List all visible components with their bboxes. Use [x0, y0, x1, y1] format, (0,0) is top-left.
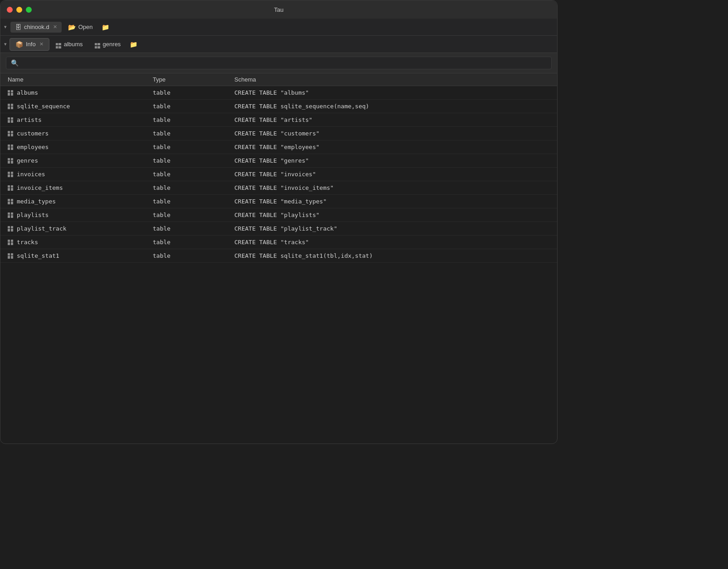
table-row[interactable]: playlist_track tableCREATE TABLE "playli…: [0, 222, 557, 236]
schema-cell: CREATE TABLE "genres": [234, 157, 550, 164]
row-grid-icon: [8, 90, 13, 96]
row-name: media_types: [17, 198, 56, 205]
row-type: table: [153, 144, 170, 150]
maximize-button[interactable]: [26, 7, 32, 13]
search-icon: 🔍: [11, 59, 19, 67]
row-type: table: [153, 239, 170, 246]
albums-grid-icon: [56, 40, 61, 48]
row-type: table: [153, 157, 170, 164]
row-schema: CREATE TABLE "invoice_items": [234, 184, 334, 191]
schema-cell: CREATE TABLE "artists": [234, 116, 550, 123]
table-scroll[interactable]: albums tableCREATE TABLE "albums" sqlite…: [0, 86, 557, 444]
tab-open[interactable]: 📂 Open: [63, 22, 97, 33]
table-row[interactable]: employees tableCREATE TABLE "employees": [0, 140, 557, 154]
row-name: customers: [17, 130, 49, 137]
row-type: table: [153, 225, 170, 232]
table-row[interactable]: artists tableCREATE TABLE "artists": [0, 113, 557, 127]
tab-genres[interactable]: genres: [89, 38, 126, 51]
row-name: employees: [17, 144, 49, 150]
tabbar1-chevron[interactable]: ▾: [4, 24, 7, 30]
table-row[interactable]: tracks tableCREATE TABLE "tracks": [0, 236, 557, 249]
tab-close-icon[interactable]: ✕: [53, 24, 57, 30]
name-cell: sqlite_sequence: [8, 103, 153, 110]
tab-chinook[interactable]: 🗄 chinook.d ✕: [10, 22, 62, 33]
table-row[interactable]: invoice_items tableCREATE TABLE "invoice…: [0, 181, 557, 195]
name-cell: albums: [8, 89, 153, 96]
search-input-wrap[interactable]: 🔍: [6, 57, 552, 69]
add-connection-button[interactable]: 📁: [99, 21, 112, 33]
table-row[interactable]: invoices tableCREATE TABLE "invoices": [0, 168, 557, 181]
table-row[interactable]: sqlite_sequence tableCREATE TABLE sqlite…: [0, 100, 557, 113]
window-controls[interactable]: [7, 7, 32, 13]
tabbar2-chevron[interactable]: ▾: [4, 41, 7, 47]
folder-plus-icon: 📁: [102, 24, 109, 31]
row-grid-icon: [8, 131, 13, 136]
tab-label: chinook.d: [24, 24, 49, 30]
bottombar: Tables 🖼 Views 🏷 Indexs ⚡ Triggers Open: [0, 444, 557, 444]
table-container: Name Type Schema albums tableCREATE TABL…: [0, 73, 557, 444]
row-grid-icon: [8, 226, 13, 231]
search-bar: 🔍: [0, 53, 557, 73]
row-schema: CREATE TABLE sqlite_sequence(name,seq): [234, 103, 369, 110]
row-type: table: [153, 103, 170, 110]
tab-label: Open: [78, 24, 93, 30]
row-name: artists: [17, 116, 42, 123]
row-schema: CREATE TABLE "tracks": [234, 239, 309, 246]
add-tab-button[interactable]: 📁: [127, 39, 140, 50]
main-content: 🔍 Name Type Schema albums tableCREATE TA…: [0, 53, 557, 444]
add-tab-icon: 📁: [130, 41, 137, 48]
table-row[interactable]: customers tableCREATE TABLE "customers": [0, 127, 557, 140]
row-schema: CREATE TABLE "artists": [234, 116, 312, 123]
table-row[interactable]: albums tableCREATE TABLE "albums": [0, 86, 557, 100]
row-name: invoices: [17, 171, 45, 178]
db-icon: 🗄: [15, 24, 21, 31]
row-name: sqlite_sequence: [17, 103, 70, 110]
schema-cell: CREATE TABLE "tracks": [234, 239, 550, 246]
table-row[interactable]: playlists tableCREATE TABLE "playlists": [0, 208, 557, 222]
tab-albums-label: albums: [64, 41, 83, 48]
row-name: genres: [17, 157, 38, 164]
row-name: albums: [17, 89, 38, 96]
row-type: table: [153, 198, 170, 205]
name-cell: artists: [8, 116, 153, 123]
minimize-button[interactable]: [16, 7, 22, 13]
search-input[interactable]: [22, 60, 547, 67]
name-cell: playlists: [8, 212, 153, 218]
table-row[interactable]: genres tableCREATE TABLE "genres": [0, 154, 557, 168]
name-cell: genres: [8, 157, 153, 164]
close-button[interactable]: [7, 7, 13, 13]
type-cell: table: [153, 116, 234, 123]
row-schema: CREATE TABLE "genres": [234, 157, 309, 164]
row-type: table: [153, 184, 170, 191]
tab-info-close-icon[interactable]: ✕: [39, 41, 44, 47]
row-schema: CREATE TABLE sqlite_stat1(tbl,idx,stat): [234, 252, 373, 259]
tab-info[interactable]: 📦 Info ✕: [10, 38, 49, 51]
row-schema: CREATE TABLE "invoices": [234, 171, 316, 178]
row-name: playlists: [17, 212, 49, 218]
row-grid-icon: [8, 253, 13, 259]
type-cell: table: [153, 184, 234, 191]
type-cell: table: [153, 198, 234, 205]
row-grid-icon: [8, 240, 13, 245]
row-schema: CREATE TABLE "playlist_track": [234, 225, 337, 232]
row-schema: CREATE TABLE "media_types": [234, 198, 327, 205]
type-cell: table: [153, 252, 234, 259]
schema-cell: CREATE TABLE "playlists": [234, 212, 550, 218]
type-cell: table: [153, 239, 234, 246]
connection-tabbar: ▾ 🗄 chinook.d ✕ 📂 Open 📁: [0, 19, 557, 36]
table-row[interactable]: media_types tableCREATE TABLE "media_typ…: [0, 195, 557, 208]
type-cell: table: [153, 212, 234, 218]
table-row[interactable]: sqlite_stat1 tableCREATE TABLE sqlite_st…: [0, 249, 557, 263]
row-grid-icon: [8, 199, 13, 204]
row-grid-icon: [8, 117, 13, 123]
row-schema: CREATE TABLE "customers": [234, 130, 320, 137]
tab-albums[interactable]: albums: [50, 38, 88, 51]
type-cell: table: [153, 157, 234, 164]
row-schema: CREATE TABLE "employees": [234, 144, 320, 150]
schema-cell: CREATE TABLE "albums": [234, 89, 550, 96]
tab-genres-label: genres: [103, 41, 121, 48]
row-name: playlist_track: [17, 225, 67, 232]
row-grid-icon: [8, 212, 13, 218]
column-name: Name: [8, 76, 153, 83]
row-type: table: [153, 212, 170, 218]
